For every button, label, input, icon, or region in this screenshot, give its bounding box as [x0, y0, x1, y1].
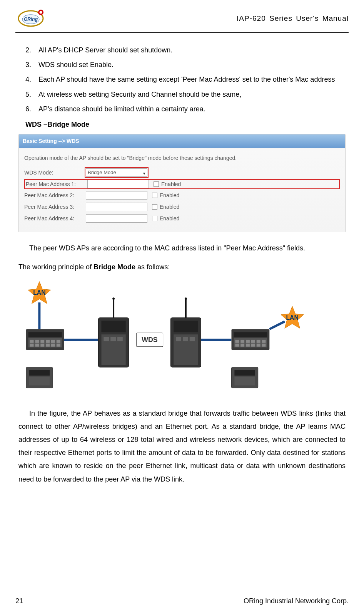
svg-rect-26 — [29, 377, 50, 386]
svg-text:ORing: ORing — [24, 17, 38, 22]
peer-mac-3-input[interactable] — [86, 203, 147, 211]
svg-rect-43 — [183, 337, 188, 341]
peer-mac-4-input[interactable] — [86, 214, 147, 223]
step-number: 3. — [25, 58, 38, 71]
svg-rect-9 — [28, 332, 62, 337]
svg-rect-30 — [101, 321, 125, 332]
step-item: 6.AP's distance should be limited within… — [25, 102, 346, 116]
svg-rect-19 — [40, 344, 44, 347]
screenshot-titlebar: Basic Setting --> WDS — [19, 134, 345, 148]
svg-rect-40 — [174, 321, 198, 332]
wds-mode-label: WDS Mode: — [24, 168, 86, 178]
checkbox-icon[interactable] — [154, 181, 159, 187]
svg-rect-12 — [35, 340, 39, 343]
bridge-mode-diagram: LAN — [18, 279, 346, 398]
step-item: 3.WDS should set Enable. — [25, 58, 346, 71]
paragraph-figure-description: In the figure, the AP behaves as a stand… — [18, 407, 346, 486]
peer-mac-1-row: Peer Mac Address 1: Enabled — [24, 179, 340, 189]
svg-rect-57 — [246, 344, 250, 347]
step-item: 5.At wireless web setting Security and C… — [25, 88, 346, 101]
peer-mac-2-row: Peer Mac Address 2: Enabled — [24, 190, 340, 200]
svg-point-38 — [185, 297, 187, 300]
peer-mac-2-input[interactable] — [86, 191, 147, 200]
svg-rect-53 — [257, 340, 260, 343]
peer-mac-3-enabled[interactable]: Enabled — [152, 202, 179, 212]
svg-rect-49 — [235, 340, 239, 343]
step-item: 4.Each AP should have the same setting e… — [25, 73, 346, 86]
peer-mac-3-label: Peer Mac Address 3: — [24, 202, 86, 212]
checkbox-icon[interactable] — [152, 204, 157, 210]
svg-rect-54 — [262, 340, 266, 343]
page-footer: 21 ORing Industrial Networking Corp. — [15, 593, 349, 605]
wds-bridge-mode-heading: WDS –Bridge Mode — [25, 118, 346, 131]
oring-logo: ORing — [15, 8, 46, 29]
svg-text:LAN: LAN — [286, 314, 298, 321]
svg-rect-58 — [251, 344, 255, 347]
step-text: At wireless web setting Security and Cha… — [38, 88, 346, 101]
step-text: AP's distance should be limited within a… — [38, 102, 346, 116]
paragraph-working-principle: The working principle of Bridge Mode as … — [18, 260, 346, 274]
svg-rect-18 — [35, 344, 39, 347]
svg-rect-11 — [30, 340, 34, 343]
step-number: 5. — [25, 88, 38, 101]
svg-line-61 — [269, 321, 285, 329]
svg-point-28 — [112, 297, 115, 300]
svg-rect-21 — [51, 344, 55, 347]
svg-rect-52 — [251, 340, 255, 343]
svg-rect-33 — [110, 337, 116, 341]
peer-mac-4-label: Peer Mac Address 4: — [24, 213, 86, 224]
enabled-label: Enabled — [161, 179, 181, 190]
svg-rect-55 — [235, 344, 239, 347]
step-text: Each AP should have the same setting exc… — [38, 73, 346, 86]
step-text: WDS should set Enable. — [38, 58, 346, 71]
peer-mac-3-row: Peer Mac Address 3: Enabled — [24, 202, 340, 212]
wds-settings-screenshot: Basic Setting --> WDS Operation mode of … — [18, 134, 346, 232]
peer-mac-2-label: Peer Mac Address 2: — [24, 190, 86, 201]
svg-rect-32 — [104, 337, 109, 341]
step-number: 2. — [25, 44, 38, 57]
enabled-label: Enabled — [160, 213, 179, 224]
svg-rect-66 — [234, 377, 255, 386]
svg-rect-20 — [46, 344, 50, 347]
peer-mac-4-enabled[interactable]: Enabled — [152, 213, 179, 224]
step-item: 2.All AP's DHCP Server should set shutdo… — [25, 44, 346, 57]
svg-rect-17 — [30, 344, 34, 347]
svg-rect-50 — [240, 340, 244, 343]
screenshot-note: Operation mode of the AP should be set t… — [24, 153, 340, 163]
svg-rect-60 — [262, 344, 266, 347]
page-number: 21 — [15, 597, 23, 605]
svg-rect-56 — [240, 344, 244, 347]
enabled-label: Enabled — [160, 202, 179, 212]
step-list: 2.All AP's DHCP Server should set shutdo… — [18, 44, 346, 116]
svg-text:WDS: WDS — [142, 336, 158, 344]
svg-rect-15 — [51, 340, 55, 343]
footer-copyright: ORing Industrial Networking Corp. — [244, 597, 349, 605]
page-header: ORing IAP-620 Series User's Manual — [15, 8, 349, 33]
checkbox-icon[interactable] — [152, 193, 157, 198]
step-number: 4. — [25, 73, 38, 86]
svg-rect-42 — [176, 337, 181, 341]
svg-rect-16 — [57, 340, 60, 343]
peer-mac-1-input[interactable] — [87, 180, 149, 188]
svg-rect-25 — [29, 370, 50, 376]
step-number: 6. — [25, 102, 38, 116]
wds-mode-select[interactable]: Bridge Mode — [86, 168, 147, 177]
peer-mac-2-enabled[interactable]: Enabled — [152, 190, 179, 201]
svg-rect-47 — [234, 332, 267, 337]
svg-rect-22 — [57, 344, 60, 347]
peer-mac-1-enabled[interactable]: Enabled — [154, 179, 181, 190]
paragraph-peer-wds: The peer WDS APs are according to the MA… — [18, 242, 346, 255]
svg-rect-34 — [117, 337, 123, 341]
wds-mode-row: WDS Mode: Bridge Mode — [24, 168, 340, 178]
svg-rect-13 — [40, 340, 44, 343]
svg-rect-44 — [190, 337, 195, 341]
svg-point-2 — [40, 11, 42, 14]
checkbox-icon[interactable] — [152, 216, 157, 221]
peer-mac-1-label: Peer Mac Address 1: — [26, 179, 87, 190]
svg-text:LAN: LAN — [33, 289, 45, 296]
step-text: All AP's DHCP Server should set shutdown… — [38, 44, 346, 57]
peer-mac-4-row: Peer Mac Address 4: Enabled — [24, 213, 340, 223]
enabled-label: Enabled — [160, 190, 179, 201]
svg-rect-65 — [234, 370, 255, 376]
manual-title: IAP-620 Series User's Manual — [237, 14, 349, 23]
